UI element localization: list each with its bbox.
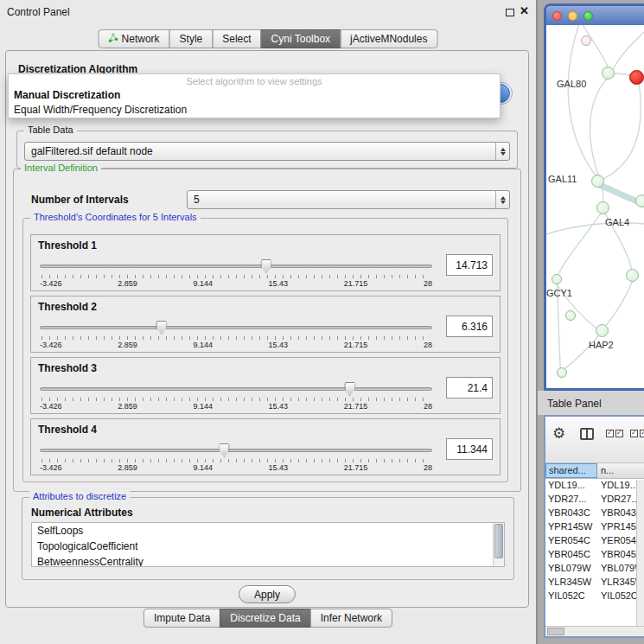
scale-tick-label: -3.426: [40, 341, 62, 349]
table-row[interactable]: YPR145WYPR145W: [545, 520, 644, 534]
scale-tick-label: 28: [424, 402, 432, 411]
attributes-group: Attributes to discretize Numerical Attri…: [22, 497, 514, 580]
threshold-3-value-field[interactable]: 21.4: [446, 377, 493, 399]
checkbox-icon[interactable]: [630, 430, 638, 437]
table-cell[interactable]: YBR045C: [545, 548, 597, 562]
network-node-gal80[interactable]: [602, 67, 615, 80]
table-cell[interactable]: YIL052C: [545, 590, 597, 603]
table-row[interactable]: YIL052CYIL052C: [545, 590, 644, 603]
table-horizontal-scrollbar[interactable]: [545, 626, 644, 636]
slider-thumb[interactable]: [344, 382, 355, 396]
slider-thumb[interactable]: [260, 259, 271, 273]
checkbox-icon[interactable]: [606, 430, 614, 437]
tab-discretize-data[interactable]: Discretize Data: [220, 609, 310, 628]
gear-icon[interactable]: ⚙: [552, 424, 565, 443]
numerical-attributes-label: Numerical Attributes: [31, 507, 133, 519]
slider-track[interactable]: [40, 449, 432, 452]
tab-cyni-toolbox[interactable]: Cyni Toolbox: [261, 29, 341, 48]
slider-track[interactable]: [40, 326, 432, 329]
network-node-gal4[interactable]: [596, 201, 609, 214]
network-node[interactable]: [635, 194, 644, 207]
algorithm-dropdown-popup: Select algorithm to view settings Manual…: [8, 73, 501, 118]
table-panel-title: Table Panel: [547, 398, 602, 410]
threshold-1-panel: Threshold 1 -3.4262.8599.14415.4321.7152…: [30, 234, 501, 291]
scale-tick-label: 9.144: [193, 402, 213, 411]
network-node[interactable]: [581, 35, 591, 46]
network-node-selected[interactable]: [629, 70, 644, 85]
tab-impute-data[interactable]: Impute Data: [143, 609, 220, 628]
network-node-hap2[interactable]: [596, 324, 609, 337]
tab-style[interactable]: Style: [169, 29, 214, 48]
close-icon[interactable]: ✕: [520, 4, 529, 17]
network-node-gcy1[interactable]: [552, 274, 562, 284]
table-row[interactable]: YBR043CYBR043C: [545, 507, 644, 520]
minimize-traffic-light-icon[interactable]: [568, 11, 577, 21]
tab-jactivemnodules[interactable]: jActiveMNodules: [340, 29, 437, 48]
checkbox-icon[interactable]: [640, 430, 644, 437]
table-cell[interactable]: YDR27...: [545, 493, 597, 507]
table-cell[interactable]: YBL079W: [545, 562, 597, 576]
table-row[interactable]: YER054CYER054C: [545, 534, 644, 548]
threshold-2-value-field[interactable]: 6.316: [446, 316, 493, 337]
table-row[interactable]: YBR045CYBR045C: [545, 548, 644, 562]
table-cell[interactable]: YDL19...: [545, 479, 597, 493]
table-row[interactable]: YDR27...YDR27...: [545, 493, 644, 507]
close-traffic-light-icon[interactable]: [552, 11, 562, 21]
right-column: GAL80 GAL11 GAL4 GCY1 HAP2 Table Panel ⚙: [536, 0, 644, 644]
threshold-2-panel: Threshold 2 -3.4262.8599.14415.4321.7152…: [30, 296, 501, 353]
zoom-traffic-light-icon[interactable]: [583, 11, 593, 21]
apply-button[interactable]: Apply: [239, 585, 296, 603]
scrollbar-thumb[interactable]: [547, 628, 564, 635]
scale-tick-label: 15.43: [269, 402, 289, 411]
float-window-icon[interactable]: [506, 9, 514, 16]
tab-infer-network[interactable]: Infer Network: [310, 609, 392, 628]
table-row[interactable]: YBL079WYBL079W: [545, 562, 644, 576]
list-scrollbar[interactable]: [493, 523, 504, 566]
table-cell[interactable]: YER054C: [545, 534, 597, 548]
dropdown-option-manual[interactable]: Manual Discretization: [9, 88, 500, 103]
network-node[interactable]: [626, 269, 639, 282]
scale-tick-label: 21.715: [344, 463, 368, 472]
threshold-4-value-field[interactable]: 11.344: [446, 438, 493, 460]
table-cell[interactable]: YPR145W: [545, 520, 597, 534]
list-item[interactable]: BetweennessCentrality: [32, 554, 504, 567]
columns-icon[interactable]: [580, 428, 594, 440]
cyni-toolbox-panel: Discretization Algorithm Select algorith…: [5, 50, 529, 608]
column-header-name[interactable]: n...: [597, 463, 644, 478]
table-row[interactable]: YLR345WYLR345W: [545, 576, 644, 590]
scale-tick-label: 9.144: [193, 341, 213, 349]
network-canvas[interactable]: GAL80 GAL11 GAL4 GCY1 HAP2: [546, 25, 644, 388]
scale-tick-label: 21.715: [344, 341, 368, 349]
list-item[interactable]: SelfLoops: [32, 523, 504, 539]
network-node[interactable]: [565, 310, 576, 321]
dropdown-option-equal-width[interactable]: Equal Width/Frequency Discretization: [9, 103, 500, 118]
network-window-titlebar: [546, 6, 644, 25]
network-node-gal11[interactable]: [591, 175, 604, 188]
table-vertical-scrollbar[interactable]: [636, 480, 644, 626]
scrollbar-thumb[interactable]: [494, 524, 503, 558]
tab-label: Cyni Toolbox: [271, 33, 330, 45]
slider-thumb[interactable]: [156, 321, 167, 335]
slider-track[interactable]: [40, 265, 432, 268]
number-of-intervals-combo[interactable]: 5: [187, 190, 510, 209]
slider-track[interactable]: [40, 387, 432, 391]
list-item[interactable]: TopologicalCoefficient: [32, 539, 504, 554]
checkbox-icon[interactable]: [615, 430, 623, 437]
slider-thumb[interactable]: [219, 443, 230, 457]
column-header-shared-name[interactable]: shared...: [545, 463, 597, 478]
tab-select[interactable]: Select: [212, 29, 261, 48]
table-row[interactable]: YDL19...YDL19...: [545, 479, 644, 493]
table-cell[interactable]: YBR043C: [545, 507, 597, 520]
network-node[interactable]: [557, 367, 567, 378]
table-data-combo[interactable]: galFiltered.sif default node: [24, 142, 510, 161]
number-of-intervals-value: 5: [188, 194, 495, 206]
slider-ticks: [41, 336, 430, 340]
threshold-1-value-field[interactable]: 14.713: [446, 254, 493, 276]
scale-tick-label: 21.715: [344, 402, 368, 411]
table-cell[interactable]: YLR345W: [545, 576, 597, 590]
attributes-group-label: Attributes to discretize: [29, 491, 130, 501]
checkbox-icons[interactable]: [606, 430, 644, 437]
node-label: GAL80: [557, 79, 586, 89]
threshold-3-label: Threshold 3: [38, 362, 97, 374]
tab-network[interactable]: Network: [99, 29, 170, 48]
